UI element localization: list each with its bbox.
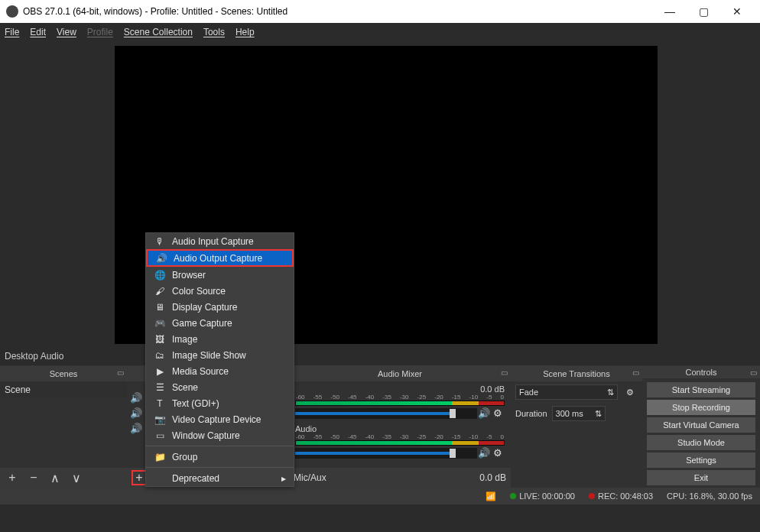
speaker-icon[interactable]: 🔊 [130,407,142,419]
ctx-color-source[interactable]: 🖌Color Source [146,283,294,299]
add-source-context-menu: 🎙Audio Input Capture 🔊Audio Output Captu… [145,232,294,487]
window-titlebar: OBS 27.0.1 (64-bit, windows) - Profile: … [0,0,760,23]
ctx-audio-output-capture[interactable]: 🔊Audio Output Capture [146,249,294,267]
image-icon: 🖼 [154,334,166,345]
play-icon: ▶ [154,366,166,377]
app-icon [6,5,18,18]
duration-label: Duration [515,409,547,418]
gear-icon[interactable]: ⚙ [491,446,505,459]
scene-up-button[interactable]: ∧ [47,470,63,485]
scene-transitions-panel: Scene Transitions ▭ Fade ⇅ ⚙ Duration 30… [511,365,642,488]
scenes-header[interactable]: Scenes ▭ [0,366,127,381]
transitions-header[interactable]: Scene Transitions ▭ [511,366,642,381]
speaker-icon[interactable]: 🔊 [130,423,142,434]
stop-recording-button[interactable]: Stop Recording [647,400,755,415]
monitor-icon: 🖥 [154,302,166,313]
ctx-image[interactable]: 🖼Image [146,331,294,347]
menubar: File Edit View Profile Scene Collection … [0,23,760,41]
text-icon: T [154,398,166,409]
controls-panel: Controls ▭ Start Streaming Stop Recordin… [642,365,760,488]
volume-slider[interactable] [295,448,477,459]
mixer-header[interactable]: Audio Mixer ▭ [289,366,511,381]
scenes-panel: Scenes ▭ Scene + − ∧ ∨ [0,365,127,488]
db-value: 0.0 dB [479,472,506,483]
ctx-display-capture[interactable]: 🖥Display Capture [146,299,294,315]
ctx-scene[interactable]: ☰Scene [146,379,294,395]
preview-area [0,41,760,347]
ctx-deprecated[interactable]: Deprecated▸ [146,470,294,486]
ctx-audio-input-capture[interactable]: 🎙Audio Input Capture [146,233,294,249]
speaker-icon[interactable]: 🔊 [477,406,491,420]
start-virtual-camera-button[interactable]: Start Virtual Camera [647,417,755,433]
folder-icon: 📁 [154,452,166,462]
ctx-image-slide-show[interactable]: 🗂Image Slide Show [146,347,294,363]
add-source-button[interactable]: + [132,470,147,485]
meter-bar [295,440,505,446]
chevron-updown-icon: ⇅ [595,409,602,419]
dock-icon[interactable]: ▭ [632,368,639,377]
chevron-updown-icon: ⇅ [607,388,614,397]
scene-down-button[interactable]: ∨ [69,470,84,485]
gear-icon[interactable]: ⚙ [491,406,505,420]
gamepad-icon: 🎮 [154,318,166,329]
maximize-button[interactable]: ▢ [687,0,720,23]
ctx-browser[interactable]: 🌐Browser [146,267,294,283]
chevron-right-icon: ▸ [281,473,286,484]
mixer-track: 0.0 dB -60-55-50-45-40-35-30-25-20-15-10… [295,384,505,420]
speaker-icon[interactable]: 🔊 [130,392,142,404]
cpu-status: CPU: 16.8%, 30.00 fps [667,491,752,501]
start-streaming-button[interactable]: Start Streaming [647,382,755,397]
ctx-game-capture[interactable]: 🎮Game Capture [146,315,294,331]
window-title: OBS 27.0.1 (64-bit, windows) - Profile: … [23,6,287,17]
ctx-window-capture[interactable]: ▭Window Capture [146,427,294,443]
rec-time: REC: 00:48:03 [598,491,653,501]
ctx-media-source[interactable]: ▶Media Source [146,363,294,379]
audio-mixer-panel: Audio Mixer ▭ 0.0 dB -60-55-50-45-40-35-… [289,365,511,488]
separator [146,467,294,468]
menu-scene-collection[interactable]: Scene Collection [124,27,193,37]
rec-dot-icon [589,493,595,499]
list-icon: ☰ [154,382,166,393]
signal-icon: 📶 [486,491,496,501]
globe-icon: 🌐 [154,270,166,281]
window-icon: ▭ [154,430,166,441]
ctx-group[interactable]: 📁Group [146,449,294,465]
duration-input[interactable]: 300 ms ⇅ [552,406,606,421]
camera-icon: 📷 [154,414,166,425]
controls-header[interactable]: Controls ▭ [642,366,760,378]
volume-slider[interactable] [295,408,477,419]
meter-scale: -60-55-50-45-40-35-30-25-20-15-10-50 [295,433,505,440]
studio-mode-button[interactable]: Studio Mode [647,435,755,450]
dock-icon[interactable]: ▭ [117,368,124,377]
exit-button[interactable]: Exit [647,470,755,485]
ctx-text-gdi[interactable]: TText (GDI+) [146,395,294,411]
menu-profile[interactable]: Profile [87,27,113,37]
slideshow-icon: 🗂 [154,350,166,361]
speaker-icon: 🔊 [155,253,167,264]
mixer-track: Audio -60-55-50-45-40-35-30-25-20-15-10-… [295,424,505,459]
separator [146,446,294,446]
menu-edit[interactable]: Edit [30,27,46,37]
speaker-icon[interactable]: 🔊 [477,446,491,459]
menu-help[interactable]: Help [235,27,255,37]
menu-tools[interactable]: Tools [203,27,225,37]
statusbar: 📶 LIVE: 00:00:00 REC: 00:48:03 CPU: 16.8… [0,488,760,504]
bottom-panels: Scenes ▭ Scene + − ∧ ∨ Sources ▭ 🔊 🔊 🔊 + [0,365,760,488]
meter-bar [295,401,505,406]
scene-item[interactable]: Scene [0,381,127,398]
dock-icon[interactable]: ▭ [501,368,508,377]
transition-select[interactable]: Fade ⇅ [515,384,618,400]
settings-button[interactable]: Settings [647,453,755,468]
ctx-video-capture-device[interactable]: 📷Video Capture Device [146,411,294,427]
remove-scene-button[interactable]: − [26,470,41,485]
menu-file[interactable]: File [5,27,19,37]
close-button[interactable]: ✕ [720,0,754,23]
minimize-button[interactable]: — [653,0,687,23]
live-time: LIVE: 00:00:00 [519,491,575,501]
dock-icon[interactable]: ▭ [750,368,757,377]
gear-icon[interactable]: ⚙ [622,384,638,400]
menu-view[interactable]: View [57,27,76,37]
micaux-label: Mic/Aux [294,472,326,483]
brush-icon: 🖌 [154,286,166,297]
add-scene-button[interactable]: + [5,470,20,485]
